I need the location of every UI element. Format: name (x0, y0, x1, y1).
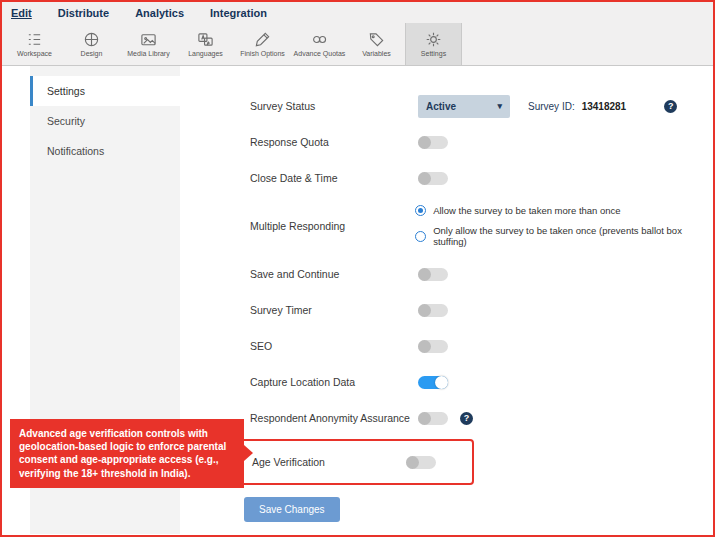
survey-status-label: Survey Status (250, 100, 418, 112)
response-quota-row: Response Quota (250, 124, 713, 160)
survey-id-value: 13418281 (582, 101, 627, 112)
radio-option-only-once[interactable]: Only allow the survey to be taken once (… (415, 225, 713, 247)
survey-status-row: Survey Status Active ▾ Survey ID: 134182… (250, 88, 713, 124)
toolbar-item-finish-options[interactable]: Finish Options (234, 23, 291, 65)
seo-toggle[interactable] (418, 340, 448, 353)
respondent-anonymity-help-icon[interactable]: ? (460, 412, 473, 425)
capture-location-row: Capture Location Data (250, 364, 713, 400)
design-icon (83, 31, 100, 48)
settings-gear-icon (425, 31, 442, 48)
respondent-anonymity-label: Respondent Anonymity Assurance (250, 412, 418, 424)
survey-status-dropdown[interactable]: Active ▾ (418, 95, 510, 118)
toggle-knob (406, 456, 419, 469)
save-continue-label: Save and Continue (250, 268, 418, 280)
toolbar-item-workspace[interactable]: Workspace (6, 23, 63, 65)
seo-row: SEO (250, 328, 713, 364)
menu-item-edit[interactable]: Edit (11, 7, 32, 19)
toggle-knob (418, 172, 431, 185)
survey-id-help-icon[interactable]: ? (664, 100, 677, 113)
radio-selected-icon[interactable] (415, 205, 426, 216)
age-verification-highlight-box: Age Verification (236, 439, 474, 485)
response-quota-label: Response Quota (250, 136, 418, 148)
response-quota-toggle[interactable] (418, 136, 448, 149)
respondent-anonymity-toggle[interactable] (418, 412, 448, 425)
toolbar-item-design[interactable]: Design (63, 23, 120, 65)
survey-id-label: Survey ID: (528, 101, 575, 112)
variables-icon (368, 31, 385, 48)
toolbar-item-variables[interactable]: Variables (348, 23, 405, 65)
multiple-responding-options: Allow the survey to be taken more than o… (415, 205, 713, 247)
age-verification-label: Age Verification (252, 456, 406, 468)
close-date-label: Close Date & Time (250, 172, 418, 184)
seo-label: SEO (250, 340, 418, 352)
capture-location-toggle[interactable] (418, 376, 448, 389)
workspace-icon (26, 31, 43, 48)
annotation-callout: Advanced age verification controls with … (10, 419, 244, 488)
toggle-knob (418, 304, 431, 317)
menu-item-analytics[interactable]: Analytics (135, 7, 184, 19)
toggle-knob (418, 268, 431, 281)
multiple-responding-label: Multiple Responding (250, 220, 415, 232)
sidebar-item-settings[interactable]: Settings (30, 76, 180, 106)
radio-unselected-icon[interactable] (415, 231, 426, 242)
survey-timer-toggle[interactable] (418, 304, 448, 317)
finish-options-icon (254, 31, 271, 48)
survey-timer-row: Survey Timer (250, 292, 713, 328)
sidebar-item-notifications[interactable]: Notifications (30, 136, 180, 166)
languages-icon (197, 31, 214, 48)
respondent-anonymity-row: Respondent Anonymity Assurance ? (250, 400, 713, 436)
sidebar-item-security[interactable]: Security (30, 106, 180, 136)
media-library-icon (140, 31, 157, 48)
age-verification-toggle[interactable] (406, 456, 436, 469)
advance-quotas-icon (311, 31, 328, 48)
multiple-responding-row: Multiple Responding Allow the survey to … (250, 196, 713, 256)
toggle-knob (418, 340, 431, 353)
save-continue-toggle[interactable] (418, 268, 448, 281)
close-date-row: Close Date & Time (250, 160, 713, 196)
survey-status-value: Active (426, 101, 456, 112)
chevron-down-icon: ▾ (497, 101, 502, 111)
menu-item-integration[interactable]: Integration (210, 7, 267, 19)
save-continue-row: Save and Continue (250, 256, 713, 292)
capture-location-label: Capture Location Data (250, 376, 418, 388)
toggle-knob (418, 412, 431, 425)
settings-panel: Survey Status Active ▾ Survey ID: 134182… (180, 66, 713, 534)
save-changes-button[interactable]: Save Changes (244, 497, 340, 522)
annotation-text: Advanced age verification controls with … (19, 428, 226, 479)
radio-option-more-than-once[interactable]: Allow the survey to be taken more than o… (415, 205, 713, 216)
app-window: Edit Distribute Analytics Integration Wo… (0, 0, 715, 537)
edit-toolbar: Workspace Design Media Library Languages… (2, 23, 713, 66)
close-date-toggle[interactable] (418, 172, 448, 185)
toggle-knob (435, 376, 448, 389)
toolbar-item-media-library[interactable]: Media Library (120, 23, 177, 65)
survey-timer-label: Survey Timer (250, 304, 418, 316)
toolbar-item-settings[interactable]: Settings (405, 23, 462, 65)
toolbar-item-languages[interactable]: Languages (177, 23, 234, 65)
menu-item-distribute[interactable]: Distribute (58, 7, 109, 19)
toggle-knob (418, 136, 431, 149)
top-menubar: Edit Distribute Analytics Integration (2, 2, 713, 23)
toolbar-item-advance-quotas[interactable]: Advance Quotas (291, 23, 348, 65)
